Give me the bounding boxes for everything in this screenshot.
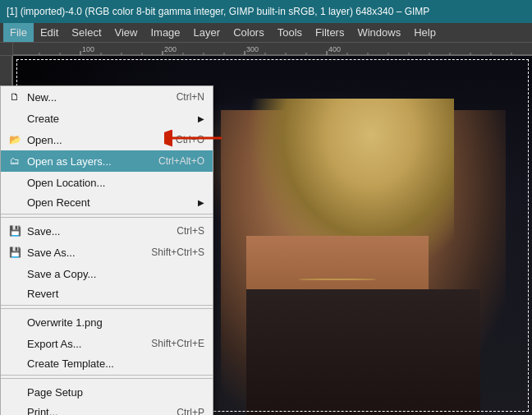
svg-text:300: 300 [246, 45, 259, 53]
menu-item-print-label: Print... [27, 406, 58, 415]
title-bar: [1] (imported)-4.0 (RGB color 8-bit gamm… [0, 0, 532, 23]
save-as-icon: 💾 [7, 247, 22, 258]
menu-item-open-layers[interactable]: 🗂 Open as Layers... Ctrl+Alt+O [1, 150, 213, 172]
svg-text:100: 100 [82, 45, 94, 53]
file-menu-dropdown[interactable]: 🗋 New... Ctrl+N Create ▶ 📂 Open... Ctrl+… [0, 85, 213, 415]
menu-select[interactable]: Select [65, 23, 108, 42]
submenu-arrow: ▶ [198, 114, 204, 123]
menu-item-overwrite-label: Overwrite 1.png [27, 316, 103, 329]
layers-icon: 🗂 [7, 155, 22, 167]
menu-item-save-as-label: Save As... [27, 247, 76, 259]
menu-item-open-layers-shortcut: Ctrl+Alt+O [158, 155, 204, 167]
menu-filters[interactable]: Filters [309, 23, 351, 42]
separator-2 [1, 308, 213, 309]
menu-item-create-template-label: Create Template... [27, 357, 114, 370]
menu-item-open-recent[interactable]: Open Recent ▶ [1, 193, 213, 214]
menu-item-open-location-label: Open Location... [27, 177, 105, 189]
menu-item-open-shortcut: Ctrl+O [176, 134, 204, 145]
menu-item-revert[interactable]: Revert [1, 284, 213, 306]
menu-item-export-as[interactable]: Export As... Shift+Ctrl+E [1, 333, 213, 354]
separator-1 [1, 217, 213, 218]
menu-item-overwrite[interactable]: Overwrite 1.png [1, 311, 213, 333]
menu-item-save-as[interactable]: 💾 Save As... Shift+Ctrl+S [1, 242, 213, 263]
menu-item-save-copy[interactable]: Save a Copy... [1, 263, 213, 284]
recent-submenu-arrow: ▶ [198, 198, 204, 207]
menu-item-create[interactable]: Create ▶ [1, 108, 213, 129]
main-area: 100 200 300 400 [0, 43, 532, 415]
save-icon: 💾 [7, 225, 22, 237]
menu-item-export-as-label: Export As... [27, 338, 81, 350]
ruler-corner [0, 43, 13, 56]
menu-item-new-label: New... [27, 91, 57, 104]
menu-item-print-shortcut: Ctrl+P [177, 407, 204, 416]
menu-item-new[interactable]: 🗋 New... Ctrl+N [1, 86, 213, 108]
menu-item-print[interactable]: Print... Ctrl+P [1, 403, 213, 415]
svg-text:400: 400 [328, 45, 341, 53]
menu-item-open-recent-label: Open Recent [27, 196, 90, 209]
menu-item-save-copy-label: Save a Copy... [27, 268, 96, 280]
menu-colors[interactable]: Colors [227, 23, 271, 42]
svg-text:200: 200 [164, 45, 177, 53]
menu-item-open-location[interactable]: Open Location... [1, 172, 213, 193]
menu-bar: File Edit Select View Image Layer Colors… [0, 23, 532, 43]
menu-item-open[interactable]: 📂 Open... Ctrl+O [1, 129, 213, 150]
menu-windows[interactable]: Windows [351, 23, 407, 42]
ruler-horizontal: 100 200 300 400 [0, 43, 532, 56]
open-icon: 📂 [7, 134, 22, 145]
menu-item-create-template[interactable]: Create Template... [1, 354, 213, 376]
menu-item-save-as-shortcut: Shift+Ctrl+S [151, 247, 204, 258]
menu-tools[interactable]: Tools [271, 23, 309, 42]
menu-item-page-setup[interactable]: Page Setup [1, 381, 213, 403]
menu-item-save-label: Save... [27, 225, 60, 237]
menu-layer[interactable]: Layer [187, 23, 227, 42]
menu-item-create-label: Create [27, 113, 59, 125]
separator-3 [1, 378, 213, 379]
menu-item-revert-label: Revert [27, 288, 58, 300]
new-icon: 🗋 [7, 91, 22, 103]
menu-item-open-label: Open... [27, 134, 62, 146]
menu-item-page-setup-label: Page Setup [27, 386, 83, 399]
menu-item-export-as-shortcut: Shift+Ctrl+E [151, 338, 204, 349]
menu-edit[interactable]: Edit [34, 23, 65, 42]
menu-image[interactable]: Image [144, 23, 186, 42]
menu-help[interactable]: Help [407, 23, 443, 42]
menu-item-open-layers-label: Open as Layers... [27, 155, 112, 168]
menu-item-save-shortcut: Ctrl+S [177, 225, 204, 237]
menu-view[interactable]: View [108, 23, 144, 42]
menu-file[interactable]: File [3, 23, 34, 42]
menu-item-new-shortcut: Ctrl+N [177, 91, 204, 103]
menu-item-save[interactable]: 💾 Save... Ctrl+S [1, 220, 213, 242]
title-text: [1] (imported)-4.0 (RGB color 8-bit gamm… [7, 6, 429, 17]
